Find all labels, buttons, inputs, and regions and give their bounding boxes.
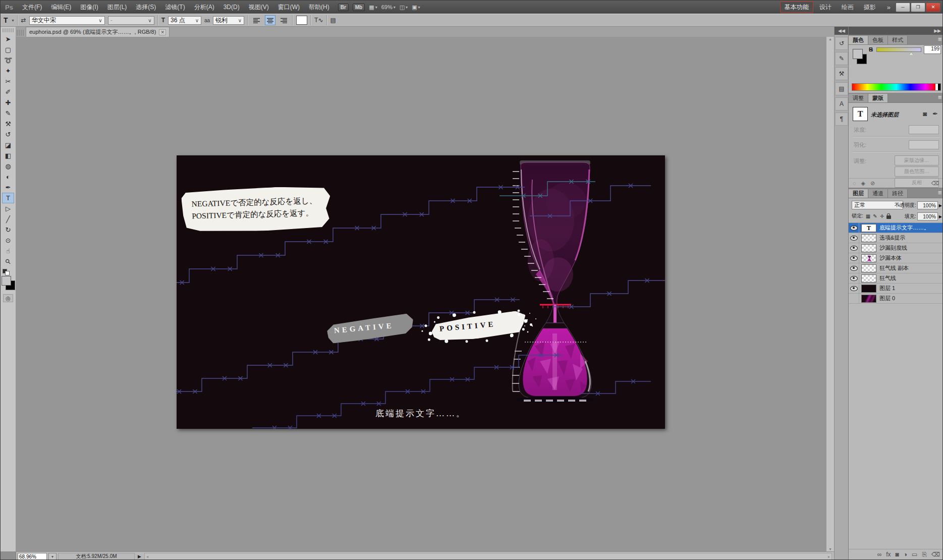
layer-thumbnail[interactable]: T xyxy=(861,274,876,283)
horizontal-scrollbar[interactable]: ◂ ▸ xyxy=(144,553,832,560)
font-style-select[interactable]: -∨ xyxy=(108,16,154,25)
lock-transparency-icon[interactable]: ▦ xyxy=(866,213,870,219)
scroll-up-icon[interactable]: ▴ xyxy=(829,37,831,41)
collapse-panels-button[interactable]: ▶▶ xyxy=(849,27,943,35)
layer-row[interactable]: T 底端提示文字……。 xyxy=(849,223,943,233)
foreground-color-swatch[interactable] xyxy=(2,276,11,286)
tab-swatches[interactable]: 色板 xyxy=(868,36,888,44)
visibility-toggle[interactable] xyxy=(849,284,859,293)
scroll-down-icon[interactable]: ▾ xyxy=(829,547,831,551)
visibility-toggle[interactable] xyxy=(849,243,859,253)
toggle-panels-icon[interactable]: ▤ xyxy=(330,17,336,24)
menu-item[interactable]: 图像(I) xyxy=(76,1,102,14)
menu-item[interactable]: 文件(F) xyxy=(18,1,46,14)
eye-icon[interactable] xyxy=(850,236,858,241)
menu-item[interactable]: 分析(A) xyxy=(190,1,219,14)
blur-tool[interactable]: ◍ xyxy=(2,161,14,172)
clone-source-panel-button[interactable]: ⚒ xyxy=(835,67,848,80)
color-range-button[interactable]: 颜色范围… xyxy=(895,166,939,177)
add-pixel-mask-icon[interactable]: ◙ xyxy=(923,110,927,118)
restore-button[interactable]: ❐ xyxy=(911,3,925,12)
hand-tool[interactable]: ☝ xyxy=(2,246,14,256)
slider-thumb-icon[interactable] xyxy=(909,52,913,55)
visibility-toggle[interactable] xyxy=(849,294,859,303)
tab-styles[interactable]: 样式 xyxy=(888,36,908,44)
layer-row[interactable]: T 沙漏本体 xyxy=(849,253,943,263)
warp-text-icon[interactable]: T∿ xyxy=(314,17,323,24)
eyedropper-tool[interactable]: ✐ xyxy=(2,87,14,97)
layer-row[interactable]: T 选项&提示 xyxy=(849,233,943,243)
workspace-painting[interactable]: 绘画 xyxy=(838,2,858,13)
status-options-icon[interactable]: ▾ xyxy=(48,553,57,560)
zoom-level-button[interactable]: 69%▾ xyxy=(381,4,396,10)
history-brush-tool[interactable]: ↺ xyxy=(2,129,14,140)
3d-orbit-tool[interactable]: ⊙ xyxy=(2,235,14,246)
lock-all-icon[interactable] xyxy=(886,215,891,219)
color-ramp[interactable] xyxy=(852,83,941,91)
fill-spinner-icon[interactable]: ▶ xyxy=(939,214,942,219)
bridge-button[interactable]: Br xyxy=(338,4,349,11)
opacity-spinner-icon[interactable]: ▶ xyxy=(939,203,942,208)
tab-channels[interactable]: 通道 xyxy=(868,189,888,198)
panel-menu-icon[interactable]: ≣ xyxy=(938,94,942,100)
lock-position-icon[interactable]: ✛ xyxy=(880,213,884,219)
layer-style-icon[interactable]: fx xyxy=(886,551,891,558)
history-panel-button[interactable]: ↺ xyxy=(835,37,848,50)
arrange-documents-button[interactable]: ◫▾ xyxy=(400,4,408,11)
menu-item[interactable]: 3D(D) xyxy=(219,1,244,14)
pen-tool[interactable]: ✒ xyxy=(2,182,14,193)
tab-masks[interactable]: 蒙版 xyxy=(868,94,888,102)
panel-foreground-swatch[interactable] xyxy=(853,49,863,59)
layer-thumbnail[interactable]: T xyxy=(861,285,876,293)
clone-stamp-tool[interactable]: ⚒ xyxy=(2,119,14,129)
delete-layer-icon[interactable]: ⌫ xyxy=(931,551,940,558)
brush-tool[interactable]: ✎ xyxy=(2,108,14,119)
eye-icon[interactable] xyxy=(850,276,858,281)
disable-mask-icon[interactable]: ⊘ xyxy=(870,180,875,187)
menu-item[interactable]: 编辑(E) xyxy=(46,1,76,14)
shape-tool[interactable]: ╱ xyxy=(2,214,14,225)
panel-menu-icon[interactable]: ≣ xyxy=(938,190,942,195)
eye-icon[interactable] xyxy=(850,246,858,251)
anti-alias-select[interactable]: 锐利∨ xyxy=(213,16,244,25)
layer-row[interactable]: T 图层 1 xyxy=(849,284,943,294)
quick-mask-button[interactable]: ◎ xyxy=(3,294,13,302)
apply-mask-icon[interactable]: ◈ xyxy=(861,180,865,187)
workspace-essentials[interactable]: 基本功能 xyxy=(780,2,813,13)
layer-thumbnail[interactable]: T xyxy=(861,244,876,252)
document-canvas[interactable]: NEGATIVEで否定的な反応を返し、 POSITIVEで肯定的な反応を返す。 … xyxy=(177,155,665,429)
document-tab[interactable]: euphoria.psd @ 69% (底端提示文字……。, RGB/8) ✕ xyxy=(26,27,170,37)
default-colors-icon[interactable] xyxy=(3,269,11,275)
panel-menu-icon[interactable]: ≣ xyxy=(938,36,942,42)
tab-layers[interactable]: 图层 xyxy=(849,189,868,198)
paragraph-panel-button[interactable]: ¶ xyxy=(835,113,848,126)
character-panel-button[interactable]: A xyxy=(835,97,848,110)
visibility-toggle[interactable] xyxy=(849,223,859,233)
minimize-button[interactable]: ─ xyxy=(896,3,910,12)
toolbar-grip[interactable] xyxy=(3,28,14,32)
add-vector-mask-icon[interactable]: ✒ xyxy=(932,110,938,118)
eye-icon[interactable] xyxy=(850,286,858,291)
healing-brush-tool[interactable]: ✚ xyxy=(2,97,14,108)
layer-thumbnail[interactable]: T xyxy=(861,264,876,272)
font-family-select[interactable]: 华文中宋∨ xyxy=(29,16,105,25)
new-group-icon[interactable]: ▭ xyxy=(912,551,917,558)
expand-panels-button[interactable]: ◀◀ xyxy=(835,27,849,35)
align-left-button[interactable] xyxy=(251,15,262,25)
workspace-overflow-button[interactable]: » xyxy=(887,4,891,11)
workspace-photography[interactable]: 摄影 xyxy=(860,2,880,13)
layer-thumbnail[interactable]: T xyxy=(861,295,876,303)
layer-row[interactable]: T 图层 0 xyxy=(849,294,943,304)
workspace-design[interactable]: 设计 xyxy=(815,2,836,13)
menu-item[interactable]: 滤镜(T) xyxy=(160,1,189,14)
crop-tool[interactable]: ✂ xyxy=(2,76,14,87)
layer-thumbnail[interactable]: T xyxy=(861,224,876,232)
vertical-scrollbar[interactable]: ▴ ▾ xyxy=(826,37,834,551)
eye-icon[interactable] xyxy=(850,266,858,271)
eraser-tool[interactable]: ◪ xyxy=(2,140,14,150)
add-mask-icon[interactable]: ◙ xyxy=(896,551,899,558)
layer-row[interactable]: T 狂气线 副本 xyxy=(849,263,943,273)
visibility-toggle[interactable] xyxy=(849,233,859,243)
type-tool[interactable]: T xyxy=(2,193,14,203)
3d-rotate-tool[interactable]: ↻ xyxy=(2,225,14,235)
